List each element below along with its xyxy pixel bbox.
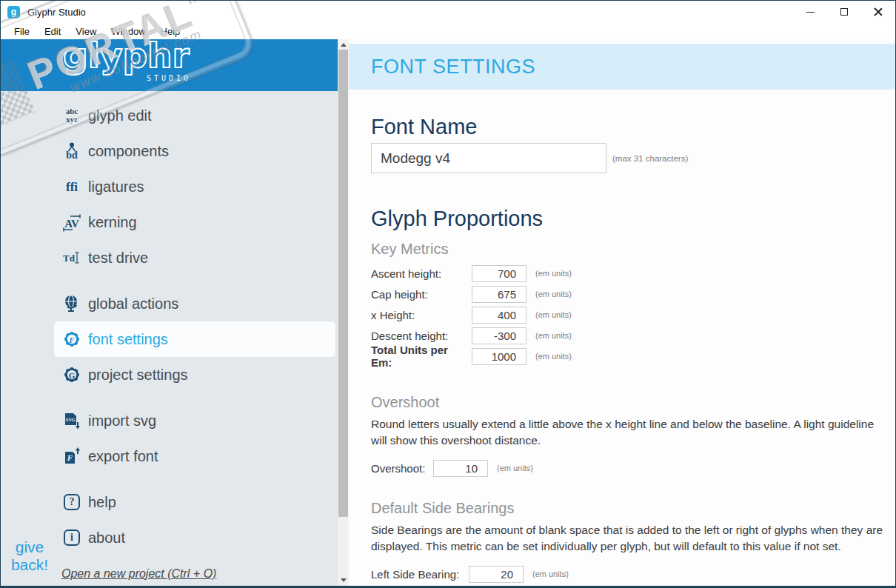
sidebar-item-label: test drive	[88, 250, 148, 267]
metric-label: x Height:	[371, 309, 472, 321]
metric-row: Total Units per Em: (em units)	[371, 346, 895, 367]
ascent-height-input[interactable]	[472, 265, 526, 282]
nav-group-divider	[1, 275, 338, 286]
page-title-band: FONT SETTINGS	[349, 44, 895, 90]
sidebar-item-help[interactable]: ? help	[1, 484, 338, 520]
font-settings-form: Font Name (max 31 characters) Glyph Prop…	[349, 114, 895, 586]
components-icon: bd	[61, 141, 82, 161]
project-settings-gear-icon: G	[61, 365, 82, 384]
give-back-link[interactable]: give back!	[2, 538, 57, 574]
close-icon	[874, 7, 883, 16]
export-font-icon: F	[61, 447, 82, 466]
sidebar-item-project-settings[interactable]: G project settings	[1, 357, 338, 392]
window-title: Glyphr Studio	[27, 7, 86, 18]
metric-row: Ascent height: (em units)	[371, 263, 895, 284]
svg-text:ffi: ffi	[66, 180, 78, 194]
glyphr-logo: glyphr	[63, 39, 190, 76]
help-icon: ?	[61, 494, 82, 510]
metric-row: Descent height: (em units)	[371, 325, 895, 346]
unit-label: (em units)	[535, 331, 572, 340]
vertical-scrollbar[interactable]	[338, 39, 349, 586]
close-button[interactable]	[861, 1, 895, 23]
cap-height-input[interactable]	[472, 286, 526, 303]
sidebar-item-label: project settings	[88, 367, 188, 384]
units-per-em-input[interactable]	[472, 348, 526, 365]
sidebar: glyphr STUDIO abc xyz glyph edit	[1, 39, 338, 586]
metric-row: Overshoot: (em units)	[371, 458, 895, 478]
sidebar-item-ligatures[interactable]: ffi ligatures	[1, 169, 338, 204]
sidebar-item-glyph-edit[interactable]: abc xyz glyph edit	[1, 98, 338, 133]
menu-window[interactable]: Window	[104, 24, 153, 39]
glyph-proportions-heading: Glyph Proportions	[371, 206, 895, 231]
menu-bar: File Edit View Window Help	[1, 23, 895, 39]
x-height-input[interactable]	[472, 307, 526, 324]
svg-text:AV: AV	[64, 218, 79, 230]
ligatures-icon: ffi	[61, 177, 82, 196]
svg-text:F: F	[67, 453, 73, 462]
sidebar-item-kerning[interactable]: AV kerning	[1, 204, 338, 240]
svg-text:G: G	[69, 371, 76, 380]
open-new-project-link[interactable]: Open a new project (Ctrl + O)	[61, 567, 216, 581]
app-window: g Glyphr Studio File Edit View Window He…	[0, 0, 896, 588]
glyphr-logo-sub: STUDIO	[147, 74, 191, 82]
test-drive-icon: Td	[61, 248, 82, 267]
metric-label: Ascent height:	[371, 267, 472, 280]
nav-group-divider	[1, 474, 338, 484]
left-side-bearing-input[interactable]	[469, 566, 524, 583]
sidebar-item-label: kerning	[88, 214, 137, 231]
svg-text:bd: bd	[66, 150, 78, 161]
descent-height-input[interactable]	[472, 327, 526, 344]
sidebar-item-label: about	[88, 529, 125, 547]
globe-icon	[61, 294, 82, 313]
unit-label: (em units)	[497, 464, 533, 472]
minimize-button[interactable]	[793, 1, 827, 23]
overshoot-input[interactable]	[433, 460, 488, 477]
maximize-button[interactable]	[827, 1, 861, 23]
title-bar: g Glyphr Studio	[1, 1, 895, 23]
sidebar-item-font-settings[interactable]: F font settings	[54, 321, 335, 357]
sidebar-item-export-font[interactable]: F export font	[1, 438, 338, 474]
unit-label: (em units)	[535, 310, 572, 319]
sidebar-item-label: import svg	[88, 412, 156, 430]
metric-label: Left Side Bearing:	[371, 568, 469, 581]
sidebar-item-label: help	[88, 494, 116, 511]
menu-help[interactable]: Help	[153, 24, 188, 39]
unit-label: (em units)	[532, 569, 569, 578]
metric-row: Cap height: (em units)	[371, 284, 895, 304]
unit-label: (em units)	[535, 290, 572, 298]
font-name-hint: (max 31 characters)	[612, 154, 688, 163]
unit-label: (em units)	[535, 269, 572, 278]
scrollbar-down-arrow[interactable]	[338, 575, 349, 586]
side-bearings-description: Side Bearings are the amount of blank sp…	[371, 522, 883, 555]
window-controls	[793, 1, 895, 23]
triangle-down-icon	[341, 578, 347, 582]
metric-label: Cap height:	[371, 288, 472, 301]
font-settings-gear-icon: F	[61, 330, 82, 349]
scrollbar-thumb[interactable]	[338, 50, 348, 517]
side-bearings-heading: Default Side Bearings	[371, 500, 895, 517]
svg-text:xyz: xyz	[66, 115, 78, 124]
overshoot-heading: Overshoot	[371, 394, 895, 411]
sidebar-item-components[interactable]: bd components	[1, 133, 338, 169]
logo-band: glyphr STUDIO	[1, 39, 338, 91]
metric-label: Total Units per Em:	[371, 344, 472, 369]
sidebar-item-label: glyph edit	[88, 107, 152, 124]
maximize-icon	[840, 8, 848, 16]
sidebar-item-import-svg[interactable]: SVG import svg	[1, 403, 338, 438]
menu-file[interactable]: File	[7, 24, 37, 39]
font-name-heading: Font Name	[371, 114, 895, 139]
svg-text:SVG: SVG	[66, 417, 76, 422]
sidebar-item-test-drive[interactable]: Td test drive	[1, 240, 338, 275]
app-icon: g	[7, 6, 20, 19]
metric-label: Descent height:	[371, 330, 472, 342]
nav-group-divider	[1, 392, 338, 403]
metric-label: Overshoot:	[371, 462, 433, 475]
scrollbar-up-arrow[interactable]	[338, 39, 349, 50]
menu-edit[interactable]: Edit	[37, 24, 68, 39]
menu-view[interactable]: View	[68, 24, 104, 39]
sidebar-nav: abc xyz glyph edit bd	[1, 91, 338, 555]
minimize-icon	[806, 12, 815, 13]
sidebar-item-label: font settings	[88, 331, 168, 348]
sidebar-item-global-actions[interactable]: global actions	[1, 286, 338, 321]
font-name-input[interactable]	[371, 143, 606, 173]
